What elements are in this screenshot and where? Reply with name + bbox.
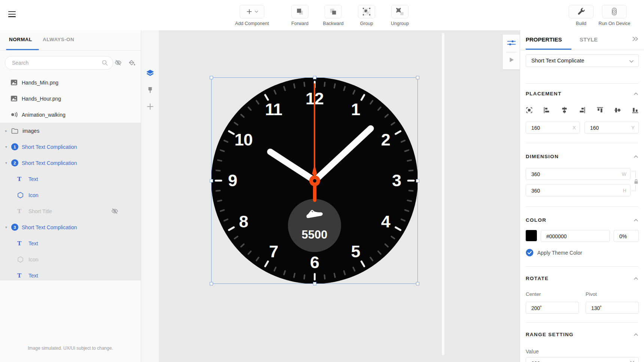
color-swatch[interactable]	[526, 230, 537, 241]
group-button[interactable]	[358, 5, 375, 18]
selection-handle[interactable]	[210, 179, 213, 182]
selection-handle[interactable]	[416, 76, 419, 79]
align-top-icon[interactable]	[596, 107, 604, 114]
expander-icon[interactable]: ▾	[5, 145, 11, 149]
tab-style[interactable]: STYLE	[580, 36, 598, 43]
divider	[506, 52, 517, 52]
layer-label: Hands_Hour.png	[22, 96, 61, 102]
collapse-placement-icon[interactable]	[634, 92, 638, 95]
collapse-panel-icon[interactable]	[631, 36, 640, 42]
tab-properties[interactable]: PROPERTIES	[526, 36, 562, 43]
layer-row[interactable]: ▾3Short Text Complication	[0, 219, 141, 235]
selection-box[interactable]	[211, 77, 418, 284]
animation-icon	[10, 111, 19, 118]
top-toolbar: Add Component Forward Backward Group Ung…	[0, 0, 644, 31]
expander-icon[interactable]: ▾	[5, 161, 11, 165]
tab-normal[interactable]: NORMAL	[9, 37, 32, 42]
search-input[interactable]	[11, 56, 99, 69]
plus-icon	[246, 8, 253, 15]
opacity-field	[614, 230, 639, 242]
paint-bucket-icon[interactable]	[128, 59, 136, 67]
collapse-rotate-icon[interactable]	[634, 277, 638, 280]
y-suffix: Y	[631, 125, 635, 131]
build-button[interactable]	[569, 5, 593, 18]
y-input[interactable]	[589, 122, 628, 134]
align-left-icon[interactable]	[543, 107, 550, 114]
run-on-device-button[interactable]	[602, 5, 627, 18]
rotate-pivot-input[interactable]	[590, 302, 629, 314]
apply-theme-color-label: Apply Theme Color	[537, 250, 582, 256]
play-icon[interactable]	[508, 56, 515, 63]
stepper-icon[interactable]	[630, 361, 635, 362]
rotate-pivot-field	[586, 302, 639, 314]
layer-label: Icon	[28, 257, 38, 263]
width-input[interactable]	[531, 168, 605, 180]
align-horizontal-center-icon[interactable]	[561, 107, 568, 114]
layer-label: images	[22, 128, 39, 134]
watch-face[interactable]: 121234567891011 5500	[211, 77, 418, 284]
pin-icon[interactable]	[141, 86, 159, 94]
align-bottom-icon[interactable]	[632, 107, 639, 114]
active-tab-underline	[6, 49, 39, 50]
layer-row[interactable]: ▸images	[0, 123, 141, 139]
forward-button[interactable]	[291, 5, 309, 18]
layer-row[interactable]: TText	[0, 235, 141, 251]
x-input[interactable]	[531, 122, 569, 134]
rotate-center-field	[526, 302, 579, 314]
search-icon	[101, 59, 108, 66]
layer-row[interactable]: ▾2Short Text Complication	[0, 155, 141, 171]
component-type-dropdown[interactable]: Short Text Complicate	[526, 54, 639, 67]
tab-always-on[interactable]: ALWAYS-ON	[43, 37, 74, 42]
layer-row[interactable]: TText	[0, 171, 141, 187]
selection-handle[interactable]	[313, 76, 316, 79]
collapse-range-icon[interactable]	[634, 333, 638, 336]
text-icon: T	[17, 272, 25, 279]
bring-forward-icon	[296, 7, 304, 16]
expander-icon[interactable]: ▸	[5, 129, 11, 133]
align-right-icon[interactable]	[578, 107, 586, 114]
menu-icon[interactable]	[8, 11, 17, 19]
backward: Backward	[323, 5, 344, 26]
selection-handle[interactable]	[210, 76, 213, 79]
collapse-dimension-icon[interactable]	[634, 155, 638, 158]
layer-row[interactable]: Animation_walking	[0, 107, 141, 123]
collapse-color-icon[interactable]	[634, 219, 638, 222]
layer-row[interactable]: TShort Title	[0, 203, 141, 219]
selection-handle[interactable]	[416, 282, 419, 285]
eye-off-icon[interactable]	[111, 208, 118, 214]
canvas-scrollbar[interactable]	[442, 33, 444, 355]
lock-ratio-icon[interactable]	[634, 178, 639, 185]
add-component-button[interactable]	[240, 5, 264, 18]
chevron-down-icon[interactable]	[255, 10, 258, 13]
opacity-input[interactable]	[619, 230, 637, 242]
hex-input[interactable]	[546, 230, 595, 242]
layers-icon[interactable]	[141, 69, 159, 77]
add-icon[interactable]	[141, 102, 159, 111]
layer-panel: NORMAL ALWAYS-ON Hands_Min.pngHands_Hour…	[0, 30, 141, 362]
layer-row[interactable]: Hands_Min.png	[0, 74, 141, 90]
folder-icon	[11, 128, 19, 134]
selection-handle[interactable]	[313, 282, 316, 285]
backward-button[interactable]	[325, 5, 342, 18]
expander-icon[interactable]: ▾	[5, 225, 11, 229]
adjust-sliders-icon[interactable]	[507, 39, 516, 47]
apply-theme-color[interactable]: Apply Theme Color	[526, 249, 582, 257]
layer-panel-tabs: NORMAL ALWAYS-ON	[0, 30, 141, 50]
layer-row[interactable]: Icon	[0, 251, 141, 267]
align-frame-center-icon[interactable]	[526, 107, 533, 114]
selection-handle[interactable]	[416, 179, 419, 182]
hide-all-eye-off-icon[interactable]	[115, 59, 122, 66]
range-value-input[interactable]	[531, 358, 611, 362]
add-component: Add Component	[235, 5, 269, 26]
ungroup-button[interactable]	[391, 5, 408, 18]
layer-badge: 3	[11, 224, 18, 231]
align-vertical-center-icon[interactable]	[614, 107, 621, 114]
selection-handle[interactable]	[210, 282, 213, 285]
layer-row[interactable]: Icon	[0, 187, 141, 203]
layer-row[interactable]: TText	[0, 267, 141, 283]
rotate-center-input[interactable]	[531, 302, 569, 314]
layer-row[interactable]: Hands_Hour.png	[0, 90, 141, 107]
ungroup-icon	[396, 7, 404, 16]
layer-row[interactable]: ▾1Short Text Complication	[0, 139, 141, 155]
height-input[interactable]	[531, 185, 605, 196]
